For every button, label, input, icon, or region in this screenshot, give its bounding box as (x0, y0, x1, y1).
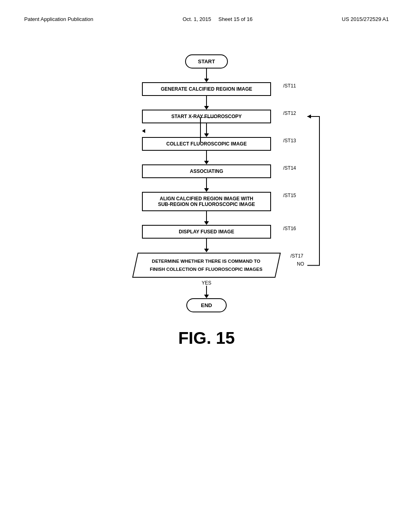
flowchart: START GENERATE CALCIFIED REGION IMAGE /S… (106, 54, 307, 312)
start-shape: START (185, 54, 228, 69)
header-date: Oct. 1, 2015 (183, 16, 211, 22)
svg-text:DETERMINE WHETHER THERE IS COM: DETERMINE WHETHER THERE IS COMMAND TO (152, 259, 261, 264)
figure-label: FIG. 15 (178, 328, 235, 348)
page-header: Patent Application Publication Oct. 1, 2… (24, 16, 389, 22)
feedback-arrow-svg (126, 117, 287, 230)
st12-label: /ST12 (283, 110, 296, 116)
svg-text:FINISH COLLECTION OF FLUOROSCO: FINISH COLLECTION OF FLUOROSCOPIC IMAGES (150, 267, 263, 272)
st11-label: /ST11 (283, 83, 296, 89)
arrow-st16-st17 (204, 239, 209, 252)
st17-row: DETERMINE WHETHER THERE IS COMMAND TO FI… (106, 252, 307, 278)
st11-row: GENERATE CALCIFIED REGION IMAGE /ST11 (106, 82, 307, 96)
end-shape: END (186, 298, 227, 312)
arrow-start-st11 (204, 69, 209, 82)
st11-box: GENERATE CALCIFIED REGION IMAGE (142, 82, 271, 96)
svg-marker-6 (307, 114, 311, 118)
patent-page: Patent Application Publication Oct. 1, 2… (0, 0, 413, 532)
header-left: Patent Application Publication (24, 16, 93, 22)
header-sheet: Sheet 15 of 16 (219, 16, 253, 22)
st17-shape-svg: DETERMINE WHETHER THERE IS COMMAND TO FI… (132, 252, 281, 278)
diagram-area: START GENERATE CALCIFIED REGION IMAGE /S… (24, 54, 389, 348)
header-right: US 2015/272529 A1 (342, 16, 389, 22)
arrow-yes-end (204, 286, 209, 298)
svg-marker-0 (133, 253, 280, 277)
arrow-st11-st12 (204, 96, 209, 110)
header-center: Oct. 1, 2015 Sheet 15 of 16 (183, 16, 252, 22)
yes-branch: YES (202, 278, 211, 298)
yes-label: YES (202, 280, 211, 286)
st17-label: /ST17 (290, 253, 303, 259)
no-label: NO (297, 261, 304, 267)
